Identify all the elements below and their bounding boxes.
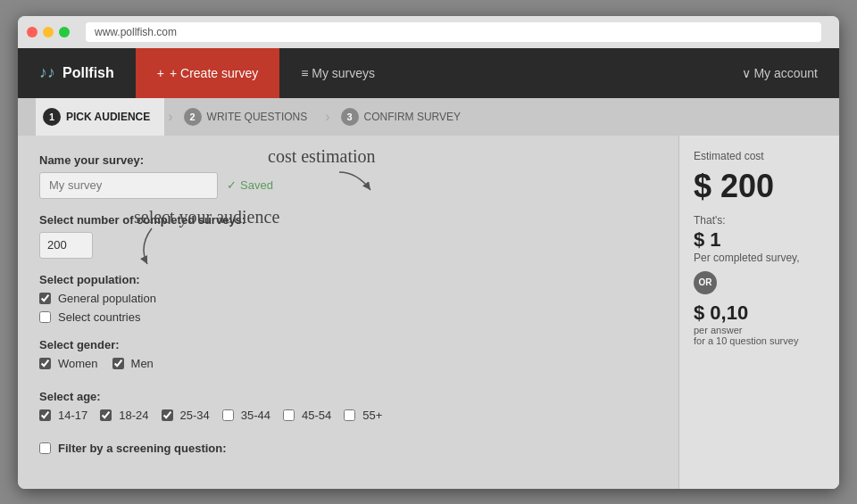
age-55plus-label: 55+: [362, 409, 382, 422]
cost-per-survey-label: Per completed survey,: [694, 252, 825, 264]
step-arrow-1: ›: [168, 109, 172, 125]
traffic-lights: [27, 27, 70, 37]
url-text: www.pollfish.com: [95, 26, 177, 38]
step3-number: 3: [341, 108, 359, 126]
age-group: Select age: 14-17 18-24 25-34: [39, 390, 657, 427]
steps-bar: 1 PICK AUDIENCE › 2 WRITE QUESTIONS › 3 …: [18, 98, 839, 136]
age-4554-checkbox[interactable]: [283, 409, 295, 421]
close-button-dot[interactable]: [27, 27, 37, 37]
gender-men-label: Men: [131, 357, 154, 370]
population-countries-checkbox[interactable]: [39, 311, 51, 323]
age-55plus-row: 55+: [344, 409, 382, 422]
age-55plus-checkbox[interactable]: [344, 409, 355, 421]
step-pick-audience[interactable]: 1 PICK AUDIENCE: [36, 98, 164, 136]
gender-group: Select gender: Women Men: [39, 338, 657, 376]
age-1824-checkbox[interactable]: [100, 409, 112, 421]
age-options-row: 14-17 18-24 25-34 35-44: [39, 409, 657, 427]
age-2534-label: 25-34: [180, 409, 210, 422]
step2-number: 2: [184, 108, 202, 126]
minimize-button-dot[interactable]: [43, 27, 54, 37]
age-2534-row: 25-34: [162, 409, 210, 422]
maximize-button-dot[interactable]: [59, 27, 70, 37]
population-countries-row: Select countries: [39, 310, 657, 324]
age-1417-row: 14-17: [39, 409, 87, 422]
population-label: Select population:: [39, 273, 657, 286]
age-4554-row: 45-54: [283, 409, 331, 422]
age-1824-label: 18-24: [119, 409, 148, 422]
step-confirm-survey[interactable]: 3 CONFIRM SURVEY: [334, 98, 475, 136]
surveys-count-input[interactable]: [39, 232, 93, 259]
plus-icon: +: [157, 66, 164, 80]
filter-group: Filter by a screening question:: [39, 442, 657, 455]
nav-create-survey[interactable]: + + Create survey: [136, 48, 279, 98]
nav-bar: ♪♪ Pollfish + + Create survey ≡ My surve…: [18, 48, 839, 98]
nav-my-surveys[interactable]: ≡ My surveys: [279, 48, 396, 98]
population-countries-label: Select countries: [58, 310, 141, 324]
nav-my-account[interactable]: ∨ My account: [720, 66, 839, 80]
survey-name-group: Name your survey: ✓ Saved: [39, 153, 657, 199]
cost-alt-sublabel: for a 10 question survey: [694, 335, 825, 346]
create-survey-label: + Create survey: [170, 66, 258, 80]
estimated-cost-label: Estimated cost: [694, 150, 825, 162]
step3-label: CONFIRM SURVEY: [364, 111, 461, 123]
step1-label: PICK AUDIENCE: [66, 111, 150, 123]
survey-name-input[interactable]: [39, 172, 218, 199]
step1-number: 1: [43, 108, 61, 126]
logo-text: Pollfish: [62, 65, 114, 81]
gender-women-row: Women: [39, 357, 98, 370]
population-general-checkbox[interactable]: [39, 293, 51, 304]
age-1417-label: 14-17: [58, 409, 87, 422]
filter-checkbox[interactable]: [39, 442, 51, 454]
browser-bar: www.pollfish.com: [18, 16, 839, 48]
surveys-count-group: Select number of completed surveys:: [39, 213, 657, 259]
population-general-row: General population: [39, 292, 657, 305]
survey-name-label: Name your survey:: [39, 153, 657, 167]
cost-alt-label: per answer: [694, 325, 825, 335]
step2-label: WRITE QUESTIONS: [207, 111, 308, 123]
step-write-questions[interactable]: 2 WRITE QUESTIONS: [177, 98, 322, 136]
age-label: Select age:: [39, 390, 657, 403]
gender-label: Select gender:: [39, 338, 657, 351]
age-3544-label: 35-44: [241, 409, 270, 422]
population-group: Select population: General population Se…: [39, 273, 657, 324]
gender-men-row: Men: [112, 357, 154, 370]
gender-men-checkbox[interactable]: [112, 358, 124, 369]
age-1417-checkbox[interactable]: [39, 409, 51, 421]
age-2534-checkbox[interactable]: [162, 409, 173, 421]
checkmark-icon: ✓: [227, 178, 237, 192]
population-general-label: General population: [58, 292, 156, 305]
logo-icon: ♪♪: [39, 63, 55, 82]
gender-women-checkbox[interactable]: [39, 358, 51, 369]
left-panel: cost estimation select your audience: [18, 136, 678, 489]
saved-text: Saved: [240, 178, 273, 192]
filter-label: Filter by a screening question:: [58, 442, 227, 455]
cost-amount: $ 200: [694, 168, 825, 205]
or-badge: OR: [694, 271, 717, 294]
age-1824-row: 18-24: [100, 409, 148, 422]
my-account-label: ∨ My account: [742, 66, 818, 80]
age-4554-label: 45-54: [302, 409, 331, 422]
gender-women-label: Women: [58, 357, 98, 370]
main-content: cost estimation select your audience: [18, 136, 839, 489]
url-bar[interactable]: www.pollfish.com: [86, 22, 821, 42]
logo-area: ♪♪ Pollfish: [18, 63, 136, 82]
cost-alt-amount: $ 0,10: [694, 302, 825, 325]
cost-panel: Estimated cost $ 200 That's: $ 1 Per com…: [678, 136, 839, 489]
age-3544-checkbox[interactable]: [222, 409, 234, 421]
saved-indicator: ✓ Saved: [227, 178, 273, 192]
my-surveys-label: ≡ My surveys: [301, 66, 375, 80]
gender-options-row: Women Men: [39, 357, 657, 376]
cost-thats-label: That's:: [694, 214, 825, 227]
step-arrow-2: ›: [325, 109, 329, 125]
cost-per-survey-amount: $ 1: [694, 228, 825, 252]
surveys-count-label: Select number of completed surveys:: [39, 213, 657, 227]
age-3544-row: 35-44: [222, 409, 270, 422]
